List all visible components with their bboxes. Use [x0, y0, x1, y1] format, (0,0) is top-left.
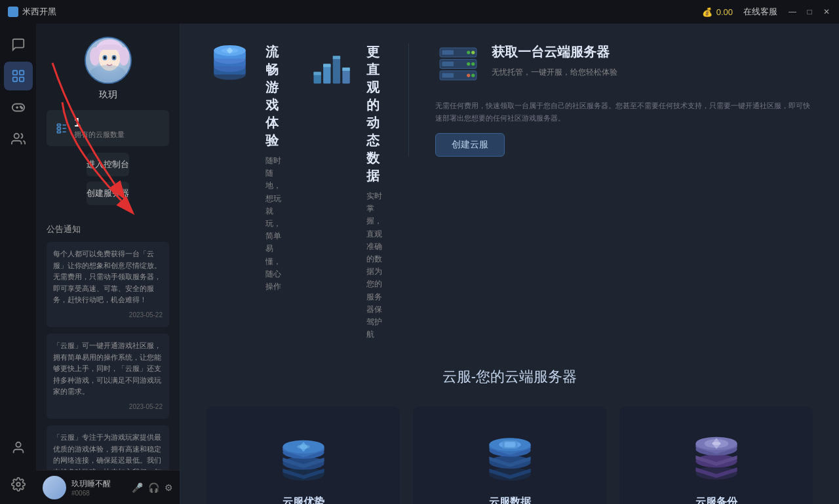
cloud-count-label: 拥有的云服数量 [74, 130, 125, 140]
main-layout: 玖玥 1 拥有的云服数量 进入控制台 创建服务器 [0, 24, 839, 504]
announcement-text-1: 每个人都可以免费获得一台「云服」让你的想象和创意尽情绽放。无需费用，只需动手领取… [53, 250, 161, 303]
card-title-data: 云服数据 [489, 495, 531, 504]
title-bar-left: 米西开黑 [8, 6, 56, 18]
balance-area: 💰 0.00 [702, 7, 733, 17]
sidebar-item-game[interactable] [4, 93, 33, 122]
bottom-username: 玖玥睡不醒 [71, 478, 127, 490]
svg-rect-41 [323, 64, 330, 67]
card-title-advantage: 云服优势 [283, 495, 324, 504]
mic-button[interactable]: 🎤 [132, 482, 143, 493]
cloud-count-info: 1 拥有的云服数量 [74, 117, 125, 140]
svg-point-58 [471, 73, 475, 77]
sidebar-item-home[interactable] [4, 62, 33, 90]
svg-point-9 [14, 134, 18, 138]
window-controls: — □ ✕ [788, 7, 831, 16]
svg-rect-56 [442, 73, 454, 78]
maximize-button[interactable]: □ [805, 7, 814, 16]
svg-point-47 [467, 50, 470, 54]
avatar [85, 37, 132, 84]
announcement-date-1: 2023-05-22 [53, 310, 163, 320]
svg-point-52 [467, 62, 470, 66]
sidebar-item-user[interactable] [4, 433, 33, 462]
create-cloud-button[interactable]: 创建云服 [435, 133, 505, 157]
svg-point-20 [113, 56, 115, 59]
bottom-user-bar: 玖玥睡不醒 #0068 🎤 🎧 ⚙ [36, 470, 180, 504]
bottom-user-info: 玖玥睡不醒 #0068 [71, 478, 127, 497]
enter-console-button[interactable]: 进入控制台 [87, 153, 129, 176]
server-rack-icon [435, 43, 481, 92]
sidebar-item-team[interactable] [4, 125, 33, 153]
svg-point-19 [104, 56, 106, 59]
svg-rect-23 [57, 130, 60, 132]
feature-text-data: 更直观的动态数据 实时掌握，直观准确的数据为您的服务器保驾护航 [366, 43, 382, 341]
left-panel: 玖玥 1 拥有的云服数量 进入控制台 创建服务器 [36, 24, 180, 504]
announcement-date-2: 2023-05-22 [53, 402, 163, 412]
feature-card-gameplay: 流畅游戏体验 随时随地，想玩就玩，简单易懂，随心操作 [206, 43, 281, 293]
sidebar-item-chat[interactable] [4, 30, 33, 59]
sidebar-item-settings[interactable] [4, 470, 33, 499]
three-cards: 云服优势 云服可以获得更高的稳定性、更好的网络连接速度和更强大的硬件性能，提供更… [206, 406, 813, 504]
svg-point-16 [99, 47, 120, 71]
title-bar: 米西开黑 💰 0.00 在线客服 — □ ✕ [0, 0, 839, 24]
announcement-section: 公告通知 每个人都可以免费获得一台「云服」让你的想象和创意尽情绽放。无需费用，只… [36, 216, 180, 470]
bottom-uid: #0068 [71, 490, 127, 497]
svg-rect-43 [342, 68, 349, 71]
cloud-count-box: 1 拥有的云服数量 [47, 110, 169, 146]
feature-text-gameplay: 流畅游戏体验 随时随地，想玩就玩，简单易懂，随心操作 [265, 43, 281, 293]
cloud-count-number: 1 [74, 117, 125, 128]
svg-point-79 [712, 442, 720, 445]
content-area: 流畅游戏体验 随时随地，想玩就玩，简单易懂，随心操作 [180, 24, 839, 504]
headphone-button[interactable]: 🎧 [148, 482, 159, 493]
balance-icon: 💰 [702, 7, 712, 17]
cloud-count-icon [56, 123, 68, 134]
svg-point-53 [471, 62, 475, 66]
create-server-button[interactable]: 创建服务器 [87, 182, 129, 205]
svg-point-8 [21, 107, 22, 109]
announcement-item-2: 「云服」可一键开通游戏社区服，拥有简单易用的操作系统，让您能够更快上手，同时，「… [47, 334, 169, 419]
info-card-data: 云服数据 云服拥有多重数据备份和灾备机制，数 据加密和访问控制等安全措施，确保客… [413, 406, 606, 504]
server-section: 获取一台云端服务器 无忧托管，一键开服，给您轻松体验 无需任何费用，快速领取一台… [408, 43, 813, 157]
feature-title-gameplay: 流畅游戏体验 [265, 43, 281, 149]
server-feature-text: 获取一台云端服务器 无忧托管，一键开服，给您轻松体验 [492, 43, 617, 89]
svg-rect-3 [19, 77, 23, 81]
svg-rect-72 [504, 442, 515, 447]
card-title-backup: 云服备份 [695, 495, 737, 504]
svg-point-64 [297, 445, 310, 450]
svg-point-15 [119, 47, 129, 66]
svg-rect-38 [332, 56, 340, 83]
info-card-backup: 云服备份 云服备份的主要优势是可以随时可回档、无论是意外数据丢失、系统故障还是人… [619, 406, 813, 504]
minimize-button[interactable]: — [788, 7, 797, 16]
data-icon [307, 43, 353, 89]
svg-point-48 [471, 50, 475, 54]
server-feature-title: 获取一台云端服务器 [492, 43, 617, 61]
feature-title-data: 更直观的动态数据 [366, 43, 382, 185]
settings-button[interactable]: ⚙ [165, 482, 173, 493]
feature-row-top: 流畅游戏体验 随时随地，想玩就玩，简单易懂，随心操作 [206, 43, 813, 341]
big-title: 云服-您的云端服务器 [206, 367, 813, 387]
svg-rect-51 [442, 62, 454, 66]
server-feature-desc: 无忧托管，一键开服，给您轻松体验 [492, 66, 617, 79]
balance-value: 0.00 [716, 7, 733, 17]
announcement-text-2: 「云服」可一键开通游戏社区服，拥有简单易用的操作系统，让您能够更快上手，同时，「… [53, 341, 161, 395]
username: 玖玥 [99, 89, 117, 101]
online-service-link[interactable]: 在线客服 [743, 6, 777, 18]
advantage-icon [271, 419, 336, 485]
bottom-avatar [43, 476, 66, 499]
feature-desc-data: 实时掌握，直观准确的数据为您的服务器保驾护航 [366, 190, 382, 341]
svg-rect-1 [19, 71, 23, 75]
avatar-image [86, 38, 130, 83]
profile-area: 玖玥 1 拥有的云服数量 进入控制台 创建服务器 [36, 24, 180, 216]
backup-card-icon [684, 419, 749, 485]
svg-rect-42 [332, 56, 340, 59]
bottom-controls: 🎤 🎧 ⚙ [132, 482, 173, 493]
gameplay-icon [206, 43, 252, 89]
svg-rect-21 [57, 124, 60, 126]
svg-rect-46 [442, 50, 454, 55]
svg-rect-40 [313, 71, 321, 75]
sidebar-icons [0, 24, 36, 504]
announcement-text-3: 「云服」专注于为游戏玩家提供最优质的游戏体验，拥有高速和稳定的网络连接，确保延迟… [53, 433, 161, 470]
app-logo [8, 7, 18, 17]
svg-point-11 [16, 482, 20, 486]
close-button[interactable]: ✕ [822, 7, 831, 16]
info-card-advantage: 云服优势 云服可以获得更高的稳定性、更好的网络连接速度和更强大的硬件性能，提供更… [206, 406, 400, 504]
